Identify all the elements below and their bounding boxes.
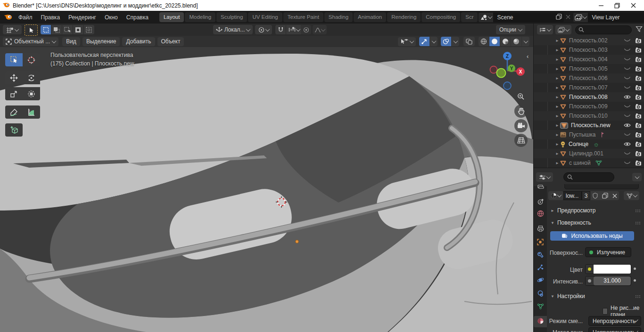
material-browse-dropdown[interactable] <box>548 191 563 200</box>
expand-arrow-icon[interactable]: ► <box>554 123 560 128</box>
menubar-menu-2[interactable]: Рендеринг <box>64 13 100 22</box>
outliner-item[interactable]: ► Цилиндр.001 <box>534 149 644 158</box>
scene-icon[interactable] <box>479 13 493 22</box>
panel-drag-dots[interactable] <box>635 209 642 212</box>
shadow-method-dropdown[interactable]: Непрозрачность <box>588 327 641 332</box>
blend-mode-dropdown[interactable]: Непрозрачность <box>588 316 641 326</box>
visibility-eye-closed-icon[interactable] <box>622 57 632 61</box>
outliner-item[interactable]: ► Плоскость.new <box>534 121 644 130</box>
workspace-tab-compositing[interactable]: Compositing <box>421 12 460 22</box>
select-mode-subtract[interactable] <box>62 25 73 34</box>
expand-arrow-icon[interactable]: ► <box>554 152 560 156</box>
expand-arrow-icon[interactable]: ► <box>554 161 560 165</box>
color-swatch[interactable] <box>594 265 631 274</box>
properties-tab-render[interactable] <box>534 196 547 208</box>
transform-orientation-dropdown[interactable]: Локал... <box>213 25 253 34</box>
workspace-tab-animation[interactable]: Animation <box>354 12 386 22</box>
select-mode-intersect[interactable] <box>84 25 94 34</box>
options-dropdown[interactable]: Опции <box>496 25 525 34</box>
view-layer-icon[interactable] <box>573 13 588 22</box>
viewport-menu-1[interactable]: Выделение <box>83 37 120 46</box>
expand-arrow-icon[interactable]: ► <box>554 105 560 109</box>
panel-surface-header[interactable]: ▼ Поверхность <box>547 218 644 227</box>
outliner-item[interactable]: ► Плоскость.008 <box>534 92 644 102</box>
material-slots-list[interactable] <box>564 184 639 189</box>
camera-visibility-icon[interactable] <box>632 57 644 62</box>
expand-arrow-icon[interactable]: ► <box>554 86 560 90</box>
camera-visibility-icon[interactable] <box>632 75 644 81</box>
viewport-menu-2[interactable]: Добавить <box>122 37 155 46</box>
shading-material-button[interactable] <box>500 37 511 46</box>
camera-visibility-icon[interactable] <box>632 66 644 72</box>
navigation-gizmo[interactable]: Z Y X <box>485 49 532 97</box>
expand-arrow-icon[interactable]: ► <box>554 95 560 99</box>
outliner-filter-funnel-icon[interactable] <box>636 26 643 33</box>
panel-drag-dots[interactable] <box>635 295 642 298</box>
material-nodes-dropdown[interactable] <box>624 191 639 200</box>
viewport-menu-0[interactable]: Вид <box>62 37 80 46</box>
visibility-eye-closed-icon[interactable] <box>622 86 632 89</box>
select-mode-invert[interactable] <box>73 25 83 34</box>
ortho-grid-button[interactable] <box>514 134 528 147</box>
tool-measure[interactable] <box>23 105 40 119</box>
properties-tab-particles[interactable] <box>534 262 547 274</box>
workspace-tab-rendering[interactable]: Rendering <box>387 12 421 22</box>
outliner-item[interactable]: ► Солнце ☼ <box>534 139 644 149</box>
tool-move[interactable] <box>5 71 23 84</box>
editor-type-dropdown[interactable] <box>3 25 22 34</box>
fake-user-shield-icon[interactable] <box>590 191 600 200</box>
visibility-eye-open-icon[interactable] <box>622 142 632 146</box>
outliner-item[interactable]: ► Плоскость.009 <box>534 102 644 111</box>
animate-dot[interactable] <box>634 279 636 282</box>
visibility-eye-closed-icon[interactable] <box>622 48 632 52</box>
material-users-count[interactable]: 3 <box>582 191 590 200</box>
outliner-filter-images-dropdown[interactable] <box>555 25 571 34</box>
select-mode-set[interactable] <box>41 25 51 34</box>
properties-search-input[interactable] <box>563 172 614 182</box>
gizmo-toggle[interactable] <box>419 37 429 46</box>
strength-value-field[interactable]: 31.000 <box>594 276 631 285</box>
properties-tab-tool[interactable] <box>534 181 547 193</box>
active-tool-button[interactable] <box>25 24 38 36</box>
view-layer-name-field[interactable]: View Layer <box>588 13 644 22</box>
workspace-tab-sculpting[interactable]: Sculpting <box>216 12 247 22</box>
blender-menu-logo-icon[interactable] <box>4 13 12 22</box>
properties-editor-dropdown[interactable] <box>536 172 553 182</box>
camera-visibility-icon[interactable] <box>632 104 644 109</box>
zoom-button[interactable] <box>514 90 528 103</box>
properties-tab-constraints[interactable] <box>534 288 547 300</box>
outliner-item[interactable]: ► Пустышка <box>534 130 644 139</box>
select-mode-extend[interactable] <box>51 25 62 34</box>
tool-add-cube[interactable] <box>5 123 23 137</box>
material-name-field[interactable]: low... <box>563 191 582 200</box>
tool-transform[interactable] <box>23 87 40 100</box>
overlays-toggle[interactable] <box>441 37 451 46</box>
gizmo-axis-neg-z[interactable] <box>504 82 511 89</box>
show-object-types-dropdown[interactable] <box>398 37 416 46</box>
gizmo-axis-y[interactable]: Y <box>508 65 515 72</box>
overlays-dropdown[interactable] <box>452 37 459 46</box>
pivot-point-dropdown[interactable] <box>255 25 272 34</box>
expand-arrow-icon[interactable]: ► <box>554 142 560 146</box>
properties-tab-physics[interactable] <box>534 275 547 286</box>
shading-dropdown[interactable] <box>522 37 529 46</box>
outliner-item[interactable]: ► с шиной <box>534 158 644 168</box>
menubar-menu-4[interactable]: Справка <box>122 13 153 22</box>
expand-arrow-icon[interactable]: ► <box>554 57 560 62</box>
visibility-eye-closed-icon[interactable] <box>622 105 632 108</box>
outliner-item[interactable]: ► Плоскость.003 <box>534 45 644 55</box>
shading-rendered-button[interactable] <box>511 37 521 46</box>
workspace-tab-layout[interactable]: Layout <box>159 12 184 22</box>
workspace-tab-scr[interactable]: Scr <box>461 12 478 22</box>
properties-tab-output[interactable] <box>534 224 547 235</box>
scene-name-field[interactable]: Scene <box>493 13 564 22</box>
gizmo-axis-neg-x[interactable] <box>490 66 497 73</box>
tool-rotate[interactable] <box>23 71 40 84</box>
visibility-eye-closed-icon[interactable] <box>622 67 632 71</box>
visibility-eye-closed-icon[interactable] <box>622 114 632 118</box>
menubar-menu-3[interactable]: Окно <box>100 13 122 22</box>
camera-visibility-icon[interactable] <box>632 113 644 119</box>
expand-arrow-icon[interactable]: ► <box>554 133 560 137</box>
mode-dropdown[interactable]: Объектный ... <box>3 37 58 46</box>
visibility-eye-closed-icon[interactable] <box>622 39 632 42</box>
